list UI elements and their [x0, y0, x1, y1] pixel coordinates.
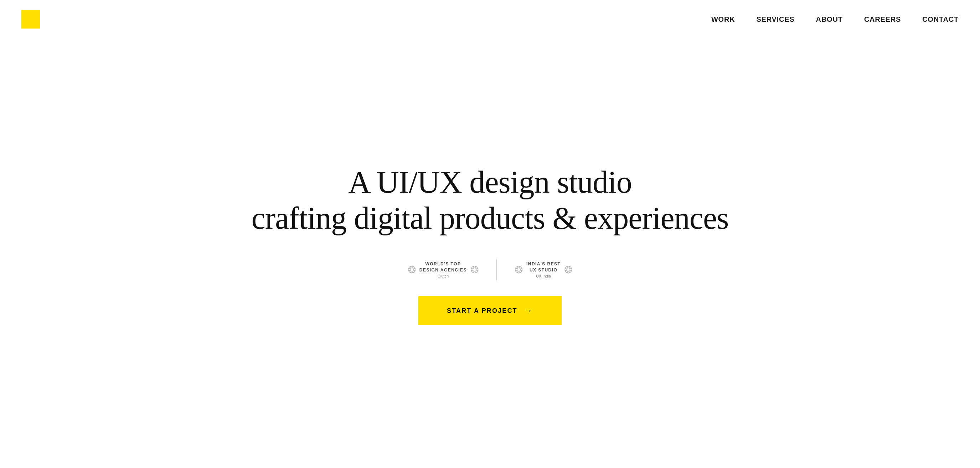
nav-item-contact[interactable]: CONTACT [922, 15, 959, 24]
hero-heading-line2: crafting digital products & experiences [251, 201, 729, 235]
start-project-button[interactable]: START A PROJECT → [418, 296, 562, 325]
laurel-left-uxindia: ❂ [515, 264, 523, 276]
hero-heading-line1: A UI/UX design studio [348, 165, 632, 200]
awards-row: ❂ WORLD'S TOPDESIGN AGENCIES Clutch ❂ ❂ … [401, 257, 579, 282]
award-source-uxindia: UX India [536, 274, 551, 278]
nav-item-about[interactable]: ABOUT [816, 15, 843, 24]
cta-label: START A PROJECT [447, 307, 517, 315]
laurel-right-uxindia: ❂ [564, 264, 572, 276]
main-nav: WORK SERVICES ABOUT CAREERS CONTACT [711, 15, 959, 24]
laurel-right-clutch: ❂ [470, 264, 479, 276]
laurel-left-clutch: ❂ [408, 264, 416, 276]
nav-item-services[interactable]: SERVICES [756, 15, 794, 24]
hero-heading: A UI/UX design studio crafting digital p… [251, 164, 729, 236]
award-badge-uxindia: ❂ INDIA'S BESTUX STUDIO UX India ❂ [508, 257, 579, 282]
hero-section: A UI/UX design studio crafting digital p… [0, 0, 980, 468]
logo-mark[interactable] [21, 10, 40, 29]
award-divider [496, 259, 497, 280]
site-header: WORK SERVICES ABOUT CAREERS CONTACT [0, 0, 980, 38]
award-text-uxindia: INDIA'S BESTUX STUDIO UX India [527, 261, 560, 279]
award-title-uxindia: INDIA'S BESTUX STUDIO [527, 261, 560, 273]
nav-item-work[interactable]: WORK [711, 15, 735, 24]
nav-item-careers[interactable]: CAREERS [864, 15, 901, 24]
award-title-clutch: WORLD'S TOPDESIGN AGENCIES [420, 261, 467, 273]
cta-arrow-icon: → [525, 306, 533, 315]
award-text-clutch: WORLD'S TOPDESIGN AGENCIES Clutch [420, 261, 467, 279]
award-badge-clutch: ❂ WORLD'S TOPDESIGN AGENCIES Clutch ❂ [401, 257, 486, 282]
award-source-clutch: Clutch [438, 274, 449, 278]
